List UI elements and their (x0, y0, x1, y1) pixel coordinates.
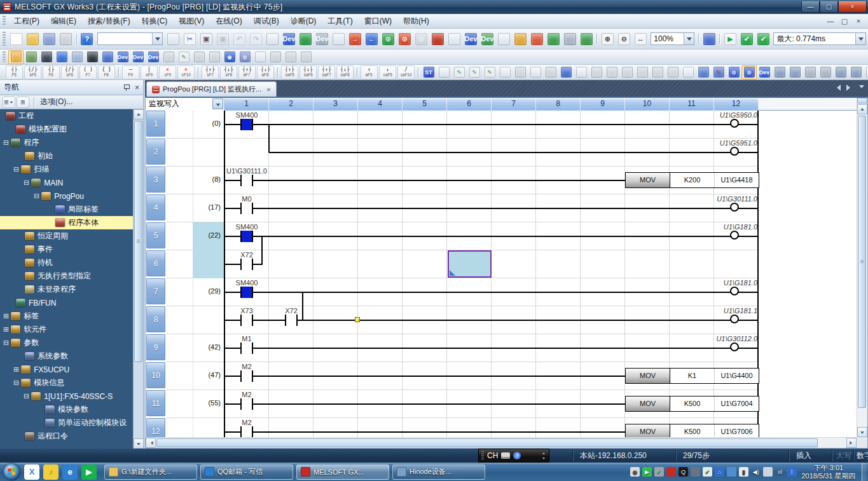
language-indicator[interactable]: CH (487, 451, 498, 460)
toolbar-button[interactable] (39, 50, 54, 64)
ladder-symbol-button[interactable] (116, 65, 121, 79)
expand-toggle-icon[interactable]: ⊟ (3, 339, 9, 347)
tree-item[interactable]: 简单运动控制模块设 (0, 416, 134, 430)
ladder-symbol-button[interactable]: ┤↑├aF7 (238, 65, 256, 79)
toolbar-button[interactable]: ✎ (482, 65, 497, 79)
tree-item[interactable]: 远程口令 (0, 430, 134, 443)
toolbar-button[interactable] (803, 65, 818, 79)
tree-scrollbar[interactable] (133, 109, 143, 449)
tray-icon[interactable]: ⌂ (715, 467, 724, 477)
monitor-dropdown-button[interactable] (212, 98, 223, 109)
toolbar-button[interactable]: ✔ (738, 30, 755, 47)
tray-icon[interactable] (691, 467, 700, 477)
toolbar-button[interactable] (717, 30, 722, 47)
show-desktop-button[interactable] (862, 463, 867, 481)
help-icon[interactable]: ? (513, 452, 521, 459)
instruction-box[interactable]: MOV K500 U1\G7004 (625, 396, 759, 412)
toolbar-button[interactable]: ⊙ (237, 50, 252, 64)
ladder-contact[interactable]: X72 (234, 250, 259, 278)
toolbar-button[interactable]: ▣ (214, 30, 231, 47)
toolbar-button[interactable]: ▶ (722, 30, 738, 47)
tab-scroll-left-icon[interactable] (834, 85, 841, 91)
pin-icon[interactable] (123, 85, 130, 91)
expand-toggle-icon[interactable]: ⊟ (13, 379, 19, 387)
toolbar-button[interactable] (429, 30, 446, 47)
toolbar-button[interactable]: ◉ (222, 50, 237, 64)
quick-launch-icon[interactable]: X (24, 464, 39, 480)
tray-icon[interactable] (666, 467, 676, 477)
toolbar-button[interactable] (446, 30, 462, 47)
options-button[interactable]: 选项(O)... (38, 97, 75, 107)
tree-item[interactable]: 工程 (0, 109, 134, 123)
quick-launch-icon[interactable]: e (62, 464, 78, 480)
scan-time-combo[interactable]: 最大: 0.774ms (773, 32, 866, 45)
expand-toggle-icon[interactable]: ⊟ (24, 392, 29, 400)
tree-item[interactable]: 程序本体 (0, 216, 134, 229)
chevron-down-icon[interactable] (684, 33, 694, 44)
menu-item[interactable]: 帮助(H) (397, 14, 435, 29)
toolbar-button[interactable]: Dev (146, 50, 161, 64)
rung-number-cell[interactable]: 3 (146, 166, 165, 193)
toolbar-button[interactable] (595, 30, 599, 47)
toolbar-button[interactable] (772, 65, 787, 79)
rung-number-cell[interactable]: 5 (146, 222, 165, 248)
ladder-symbol-button[interactable]: ┤↑├sF7 (202, 65, 219, 79)
rung-number-cell[interactable]: 11 (146, 390, 165, 416)
taskbar-button[interactable]: G:\新建文件夹... (104, 464, 197, 480)
menu-item[interactable]: 视图(V) (173, 14, 210, 29)
toolbar-button[interactable] (297, 30, 313, 47)
toolbar-button[interactable] (604, 65, 619, 79)
collapse-all-button[interactable]: ≣ (17, 97, 29, 108)
menu-item[interactable]: 在线(O) (210, 14, 247, 29)
toolbar-button[interactable] (8, 30, 25, 47)
toolbar-button[interactable] (578, 30, 595, 47)
horizontal-scrollbar[interactable] (146, 437, 857, 448)
mdi-minimize-button[interactable]: — (825, 17, 836, 25)
ladder-symbol-button[interactable]: ┤↑├saF5 (281, 65, 298, 79)
expand-toggle-icon[interactable]: ⊞ (3, 312, 9, 320)
tree-item[interactable]: 系统参数 (0, 349, 134, 363)
toolbar-button[interactable]: Dev (130, 50, 146, 64)
tree-item[interactable]: FB/FUN (0, 296, 134, 309)
toolbar-button[interactable] (696, 65, 711, 79)
ladder-symbol-button[interactable]: ─F9 (122, 65, 139, 79)
tree-item[interactable]: ⊞ 标签 (0, 309, 134, 323)
tab-close-icon[interactable]: × (266, 86, 270, 93)
menu-item[interactable]: 工具(T) (322, 14, 358, 29)
rung-number-cell[interactable]: 4 (146, 194, 165, 220)
toolbar-button[interactable]: ← (363, 30, 380, 47)
toolbar-button[interactable] (283, 50, 298, 64)
toolbar-button[interactable]: Dev (313, 30, 330, 47)
toolbar-button[interactable] (545, 30, 561, 47)
toolbar-button[interactable] (495, 30, 512, 47)
expand-toggle-icon[interactable]: ⊟ (3, 139, 9, 147)
expand-toggle-icon[interactable]: ⊟ (24, 179, 29, 187)
tray-icon[interactable]: ᛒ (787, 467, 797, 477)
ladder-symbol-button[interactable] (355, 65, 359, 79)
ladder-contact[interactable]: M1 (234, 334, 259, 362)
tree-item[interactable]: ⊞ 软元件 (0, 323, 134, 336)
minimize-button[interactable]: — (801, 1, 820, 13)
taskbar-button[interactable]: Hinode设备... (392, 464, 485, 480)
ladder-symbol-button[interactable] (196, 65, 200, 79)
tree-item[interactable]: ⊞ FX5UCPU (0, 363, 134, 376)
toolbar-button[interactable]: Dev (462, 30, 479, 47)
toolbar-button[interactable] (161, 50, 176, 64)
toolbar-button[interactable] (787, 65, 803, 79)
menu-item[interactable]: 工程(P) (8, 14, 45, 29)
project-combo[interactable] (97, 32, 163, 45)
ladder-contact[interactable]: M2 (234, 390, 259, 418)
chevron-down-icon[interactable] (152, 33, 162, 44)
toolbar-button[interactable] (650, 65, 665, 79)
ladder-symbol-button[interactable]: ×cF9 (159, 65, 176, 79)
toolbar-button[interactable] (818, 65, 833, 79)
ladder-symbol-button[interactable]: ┤├F6 (43, 65, 60, 79)
ladder-symbol-button[interactable]: ┤/├sF5 (24, 65, 41, 79)
toolbar-button[interactable]: ST (421, 65, 436, 79)
rung-number-cell[interactable]: 1 (146, 111, 165, 137)
ladder-symbol-button[interactable] (416, 65, 420, 79)
toolbar-button[interactable]: Dev (757, 65, 772, 79)
ladder-contact[interactable]: X72 (279, 306, 304, 334)
mdi-restore-button[interactable]: ▢ (839, 17, 850, 25)
restore-button[interactable]: ▢ (820, 1, 838, 13)
